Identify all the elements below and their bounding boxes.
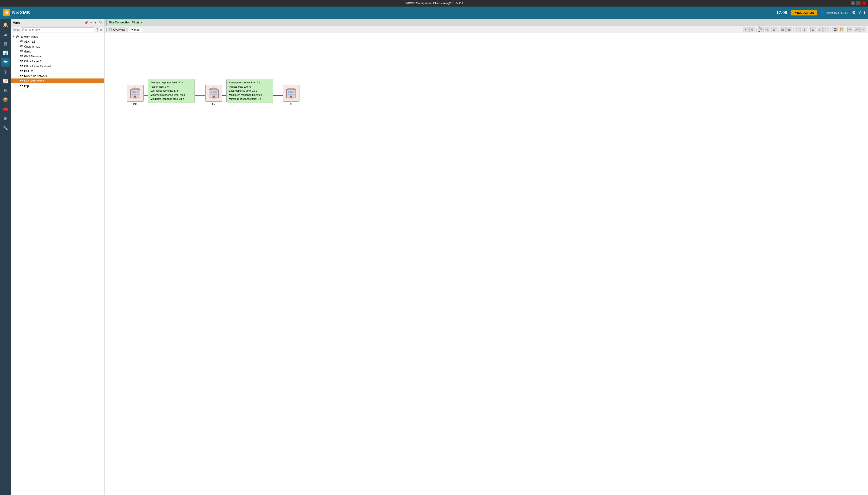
frame-btn[interactable]: ⊡ [810,27,816,32]
svg-rect-6 [132,91,134,93]
export-map-btn[interactable]: ↗ [861,27,866,32]
distribute-v-btn[interactable]: ↕ [817,27,822,32]
sidebar-item-office-layer2-cloned[interactable]: ▶ 🗺 Office Layer 2 cloned [11,64,104,69]
tree-label-office-layer2-cloned: Office Layer 2 cloned [24,65,51,68]
list-view-btn[interactable]: ▤ [780,27,785,32]
sidebar-item-office-layer2[interactable]: ▶ 🗺 Office Layer 2 [11,59,104,64]
maximize-button[interactable]: □ [856,1,861,5]
add-btn[interactable]: + [743,27,748,32]
zoom-out-btn[interactable]: 🔍- [765,27,770,32]
alerts-nav-btn[interactable]: 🔔 [1,21,10,29]
package-nav-btn[interactable]: 📦 [1,96,10,104]
monitor-nav-btn[interactable]: 🖥 [1,86,10,95]
content-tab-bar: Site Connection 💾 📤 × [104,19,868,26]
align-h-btn[interactable]: — [795,27,801,32]
left-panel: Maps 📌 − ▼ ↻ Filter: ❓ ✕ ▼ 🗺 Network Map… [11,19,104,495]
tooltip-packet-loss-lv: Packet loss: 100 % [229,85,271,89]
sidebar-item-demo[interactable]: ▶ 🗺 demo [11,49,104,54]
tab-close-button[interactable]: × [141,21,142,24]
tab-icons[interactable]: 💾 📤 × [132,21,142,24]
info-icon[interactable]: ℹ [864,10,865,15]
svg-rect-29 [288,88,294,90]
panel-header-icons[interactable]: 📌 − ▼ ↻ [84,20,102,25]
zoom-in-btn[interactable]: 🔍+ [758,27,764,32]
svg-rect-17 [210,88,217,90]
filter-clear-icon[interactable]: ✕ [100,28,102,32]
edit-btn[interactable]: ✏ [847,27,853,32]
filter-icon[interactable]: ▼ [93,20,98,25]
minus-icon[interactable]: − [90,20,92,25]
distribute-h-btn[interactable]: ↔ [823,27,829,32]
map-nav-btn[interactable]: 🗺 [1,58,10,67]
user-text: zev@10.5.5.111 [826,11,848,15]
help-icon[interactable]: ? [858,10,861,15]
node-lv-label: LV [212,103,215,106]
sidebar-item-alk-l2[interactable]: ▶ 🗺 ALK - L2 [11,39,104,44]
tree-expand-icon[interactable]: ▼ [13,35,15,38]
title-bar-controls[interactable]: ─ □ ✕ [851,1,866,5]
sidebar-item-site-connection[interactable]: ▶ 🗺 Site Connection [11,79,104,83]
sidebar-item-tmp[interactable]: ▶ 🗺 tmp [11,83,104,88]
tree-root-item[interactable]: ▼ 🗺 Network Maps [11,34,104,39]
overview-icon: 📋 [109,28,112,31]
tab-map[interactable]: 🗺 Map [128,27,142,32]
minimize-button[interactable]: ─ [851,1,855,5]
link-btn[interactable]: 🔗 [854,27,860,32]
svg-rect-9 [132,94,134,95]
tooltip-avg-response-de: Average response time: 34 s [151,81,192,85]
svg-rect-10 [134,94,136,95]
sidebar-item-raden-ip[interactable]: ▶ 🗺 Raden IP Network [11,73,104,79]
undo-btn[interactable]: ↺ [749,27,755,32]
toolbar-right[interactable]: + ↺ 🔍+ 🔍- ⊞ ▤ ▦ — | ⊡ ↕ ↔ 🖼 📋 [743,27,866,32]
toolbar-sep-1 [756,28,757,32]
refresh-icon[interactable]: ↻ [99,20,102,25]
gear-nav-btn[interactable]: ⚙ [1,114,10,123]
topology-nav-btn[interactable]: ◎ [1,67,10,76]
map-tab-icon: 🗺 [131,28,133,31]
main-layout: 🔔 ☁ ▦ 📊 🗺 ◎ 📈 🖥 📦 🧰 ⚙ 🔧 Maps 📌 − ▼ ↻ Fil… [0,19,868,495]
report-nav-btn[interactable]: 📊 [1,49,10,57]
filter-help-icon[interactable]: ❓ [96,28,99,32]
align-v-btn[interactable]: | [802,27,807,32]
tab-overview[interactable]: 📋 Overview [106,27,127,32]
tools-nav-btn[interactable]: 🧰 [1,105,10,114]
map-canvas[interactable]: DE Average response time: 34 s Packet lo… [104,33,868,495]
node-de[interactable]: DE [127,85,144,106]
image-btn[interactable]: 🖼 [832,27,838,32]
tab-save-icon[interactable]: 💾 [132,21,135,24]
right-content: Site Connection 💾 📤 × 📋 Overview 🗺 Map [104,19,868,495]
copy-btn[interactable]: 📋 [839,27,844,32]
sidebar-item-gns-network[interactable]: ▶ 🗺 GNS Network [11,54,104,59]
sidebar-item-custom-map[interactable]: ▶ 🗺 Custom map [11,44,104,49]
panel-title: Maps [13,21,20,24]
grid-view-btn[interactable]: ▦ [786,27,792,32]
top-nav-icons[interactable]: ⚙ ? ℹ [852,10,865,15]
svg-point-14 [135,87,136,88]
graph-nav-btn[interactable]: 📈 [1,77,10,85]
tooltip-min-response-de: Minimum response time: 31 s [151,97,192,101]
close-button[interactable]: ✕ [862,1,866,5]
fit-btn[interactable]: ⊞ [771,27,777,32]
site-connection-tab[interactable]: Site Connection 💾 📤 × [106,19,145,26]
svg-point-38 [291,87,291,88]
cloud-nav-btn[interactable]: ☁ [1,30,10,38]
filter-icons[interactable]: ❓ ✕ [96,28,102,32]
tooltip-last-response-lv: Last response time: 19 s [229,89,271,93]
settings-icon[interactable]: ⚙ [852,10,855,15]
tab-export-icon[interactable]: 📤 [136,21,140,24]
time-display: 17:08 [777,10,787,15]
tooltip-avg-response-lv: Average response time: 0 s [229,81,271,85]
sidebar-item-phil-l2[interactable]: ▶ 🗺 Phil L2 [11,69,104,73]
svg-rect-5 [132,88,138,90]
svg-rect-20 [215,91,217,93]
node-fi[interactable]: FI [283,85,300,106]
svg-rect-32 [292,91,294,93]
filter-input[interactable] [21,28,95,32]
pin-icon[interactable]: 📌 [84,20,89,25]
node-lv[interactable]: LV [205,85,222,106]
wrench-nav-btn[interactable]: 🔧 [1,124,10,132]
svg-rect-18 [210,91,212,93]
tree-label-office-layer2: Office Layer 2 [24,60,41,63]
view-tabs[interactable]: 📋 Overview 🗺 Map [106,27,142,32]
dashboard-nav-btn[interactable]: ▦ [1,39,10,48]
